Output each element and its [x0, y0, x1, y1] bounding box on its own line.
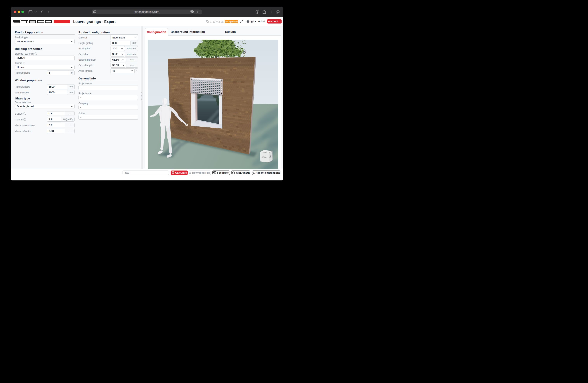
- svg-text:FRONT: FRONT: [262, 156, 267, 158]
